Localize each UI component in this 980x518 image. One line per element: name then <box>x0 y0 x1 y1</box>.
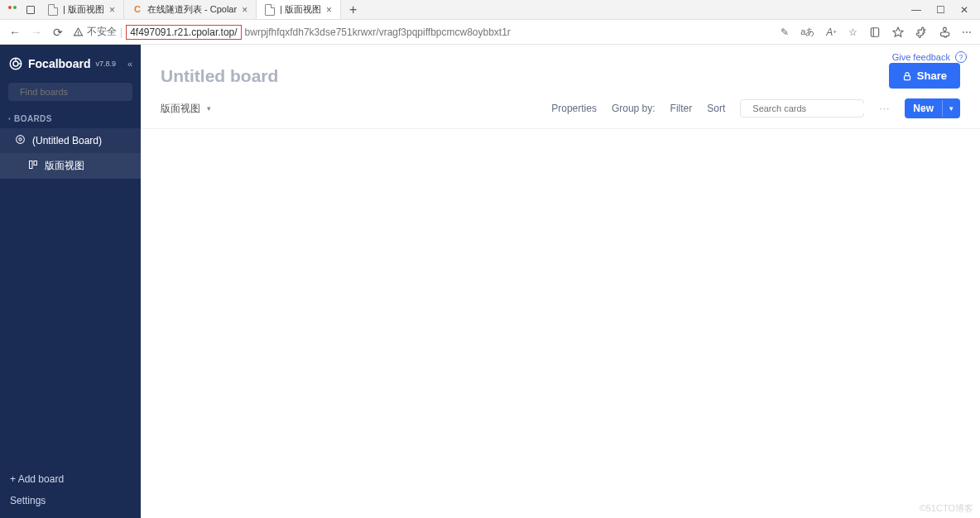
share-button[interactable]: Share <box>889 63 960 89</box>
properties-button[interactable]: Properties <box>551 103 597 114</box>
document-icon <box>48 4 58 16</box>
workspaces-button[interactable] <box>22 6 40 14</box>
profile-indicator[interactable] <box>3 6 22 14</box>
find-boards-input[interactable] <box>8 83 132 101</box>
tab-title: | 版面视图 <box>280 3 321 16</box>
close-window-button[interactable]: ✕ <box>960 4 968 16</box>
search-cards-field[interactable] <box>752 103 867 113</box>
view-selector[interactable]: 版面视图 ▾ <box>161 102 211 116</box>
watermark: ©51CTO博客 <box>920 502 973 515</box>
focalboard-logo-icon <box>8 56 23 71</box>
browser-tab-0[interactable]: | 版面视图 × <box>40 0 124 19</box>
cpolar-icon: C <box>132 4 142 16</box>
browser-tab-1[interactable]: C 在线隧道列表 - Cpolar × <box>124 0 257 19</box>
favorites-list-icon[interactable] <box>892 26 904 38</box>
board-item-label: (Untitled Board) <box>32 135 102 146</box>
reload-button[interactable]: ⟳ <box>51 26 65 39</box>
addressbar-actions: ✎ aあ A+ ☆ ⋯ <box>781 26 972 38</box>
close-tab-icon[interactable]: × <box>109 4 115 16</box>
more-menu-icon[interactable]: ⋯ <box>962 26 972 38</box>
url-field[interactable]: 不安全 | 4f497091.r21.cpolar.top/bwrpjfhfqx… <box>73 25 772 40</box>
back-button[interactable]: ← <box>8 26 22 39</box>
group-by-button[interactable]: Group by: <box>612 103 656 114</box>
find-boards-field[interactable] <box>20 87 134 97</box>
share-label: Share <box>917 70 947 82</box>
new-label: New <box>905 98 942 118</box>
view-name: 版面视图 <box>161 102 200 116</box>
close-tab-icon[interactable]: × <box>242 4 247 16</box>
svg-rect-12 <box>34 161 37 165</box>
url-path: bwrpjfhfqxfdh7k3dse751krwxr/vragf3pqpiff… <box>245 26 511 38</box>
minimize-button[interactable]: — <box>911 4 921 16</box>
view-item-label: 版面视图 <box>45 159 84 173</box>
browser-tabstrip: | 版面视图 × C 在线隧道列表 - Cpolar × | 版面视图 × + … <box>0 0 980 20</box>
maximize-button[interactable]: ☐ <box>936 4 945 16</box>
chevron-down-icon: ▾ <box>207 104 211 113</box>
sidebar-footer: + Add board Settings <box>0 465 141 518</box>
board-main: Give feedback ? Untitled board Share 版面视… <box>141 45 980 518</box>
sort-button[interactable]: Sort <box>707 103 725 114</box>
svg-rect-11 <box>30 161 33 169</box>
lock-icon <box>902 71 912 81</box>
boards-section-header[interactable]: › BOARDS <box>0 109 141 128</box>
feedback-label: Give feedback <box>892 52 950 62</box>
svg-marker-2 <box>893 27 903 36</box>
translate-icon[interactable]: aあ <box>800 26 814 38</box>
browser-addressbar: ← → ⟳ 不安全 | 4f497091.r21.cpolar.top/bwrp… <box>0 20 980 45</box>
give-feedback-link[interactable]: Give feedback ? <box>892 51 967 63</box>
svg-point-4 <box>13 61 18 66</box>
url-host-highlight: 4f497091.r21.cpolar.top/ <box>126 25 241 40</box>
forward-button[interactable]: → <box>30 26 43 39</box>
extensions-icon[interactable] <box>915 26 927 38</box>
collections-button[interactable] <box>869 26 881 38</box>
board-toolbar: 版面视图 ▾ Properties Group by: Filter Sort … <box>141 94 980 129</box>
tab-title: 在线隧道列表 - Cpolar <box>147 3 237 16</box>
browser-tab-2[interactable]: | 版面视图 × <box>257 0 341 19</box>
board-view-icon <box>28 160 38 172</box>
svg-rect-13 <box>904 75 910 79</box>
security-status[interactable]: 不安全 <box>73 25 117 39</box>
chevron-right-icon: › <box>8 115 11 122</box>
new-card-button[interactable]: New ▾ <box>905 98 960 118</box>
app-sidebar: Focalboard v7.8.9 « › BOARDS (Untitled B… <box>0 45 141 518</box>
board-canvas[interactable] <box>141 129 980 518</box>
settings-button[interactable]: Settings <box>10 495 131 506</box>
browser-essentials-icon[interactable] <box>939 26 950 38</box>
search-cards-input[interactable] <box>740 99 864 118</box>
text-size-icon[interactable]: A+ <box>826 26 837 38</box>
add-board-button[interactable]: + Add board <box>10 473 131 485</box>
collapse-sidebar-icon[interactable]: « <box>127 59 132 69</box>
sidebar-view-item[interactable]: 版面视图 <box>0 153 141 179</box>
svg-point-9 <box>17 136 25 144</box>
security-label: 不安全 <box>87 25 117 39</box>
tab-title: | 版面视图 <box>63 3 104 16</box>
new-tab-button[interactable]: + <box>341 3 365 17</box>
board-title[interactable]: Untitled board <box>161 66 278 86</box>
edit-icon[interactable]: ✎ <box>781 26 789 38</box>
help-icon[interactable]: ? <box>955 51 967 63</box>
document-icon <box>265 4 275 16</box>
version-label: v7.8.9 <box>95 60 116 68</box>
board-titlebar: Untitled board Share <box>141 45 980 94</box>
favorite-icon[interactable]: ☆ <box>848 26 858 38</box>
sidebar-board-item[interactable]: (Untitled Board) <box>0 128 141 153</box>
filter-button[interactable]: Filter <box>670 103 693 114</box>
brand-header[interactable]: Focalboard v7.8.9 « <box>0 45 141 83</box>
svg-point-10 <box>19 138 22 141</box>
window-controls: — ☐ ✕ <box>903 4 977 16</box>
section-label: BOARDS <box>14 114 52 123</box>
new-card-dropdown[interactable]: ▾ <box>942 100 960 117</box>
svg-rect-0 <box>871 27 878 36</box>
toolbar-more-button[interactable]: ··· <box>879 103 890 114</box>
brand-name: Focalboard <box>28 57 90 70</box>
board-icon <box>15 134 26 147</box>
warning-triangle-icon <box>73 26 84 37</box>
close-tab-icon[interactable]: × <box>326 4 332 16</box>
